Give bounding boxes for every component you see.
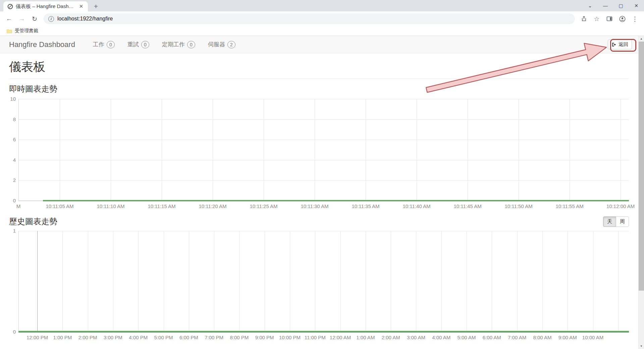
tab-search-chevron-icon[interactable]: ⌄ xyxy=(582,3,598,8)
gridline-vertical xyxy=(164,231,164,332)
x-tick-label: 9:00 AM xyxy=(558,335,577,340)
navbar-item[interactable]: 定期工作0 xyxy=(156,41,202,48)
x-tick-label: 1:00 AM xyxy=(356,335,375,340)
x-tick-label: 1:00 PM xyxy=(53,335,72,340)
y-tick-label: 6 xyxy=(4,137,16,142)
x-tick-label: 10:11:30 AM xyxy=(301,203,329,209)
gridline-vertical xyxy=(265,231,265,332)
gridline-vertical xyxy=(88,231,88,332)
gridline-vertical xyxy=(189,231,189,332)
x-tick-label: 11:00 PM xyxy=(305,335,326,340)
y-tick-label: 4 xyxy=(4,157,16,163)
gridline-vertical xyxy=(621,99,621,201)
scrollbar-thumb[interactable] xyxy=(639,42,644,291)
x-tick-label: 10:11:40 AM xyxy=(403,203,431,209)
navbar-item-label: 工作 xyxy=(93,41,104,48)
scroll-up-icon[interactable]: ▲ xyxy=(639,36,644,42)
managed-bookmarks-folder[interactable]: 受管理書籤 xyxy=(4,27,41,35)
count-badge: 0 xyxy=(187,41,195,48)
gridline-vertical xyxy=(468,99,468,201)
gridline-vertical xyxy=(391,231,391,332)
gridline-vertical xyxy=(315,99,315,201)
x-tick-label: 10:11:10 AM xyxy=(97,203,124,209)
gridline-vertical xyxy=(542,231,543,332)
return-button-label: 返回 xyxy=(619,41,628,48)
return-button[interactable]: 返回 xyxy=(608,40,632,49)
bookmark-label: 受管理書籤 xyxy=(15,28,38,34)
browser-menu-icon[interactable]: ⋮ xyxy=(630,13,640,24)
chart-plot-area: 1086420M10:11:05 AM10:11:10 AM10:11:15 A… xyxy=(18,99,629,201)
gridline-horizontal xyxy=(18,140,629,140)
side-panel-icon[interactable] xyxy=(604,13,615,24)
gridline-vertical xyxy=(113,231,113,332)
navbar-item[interactable]: 工作0 xyxy=(87,41,121,48)
hangfire-dashboard-page: Hangfire Dashboard 工作0重試0定期工作0伺服器2 返回 儀表… xyxy=(0,36,644,349)
window-controls: ⌄ — ▢ ✕ xyxy=(582,0,644,11)
gridline-vertical xyxy=(467,231,467,332)
gridline-vertical xyxy=(315,231,315,332)
x-tick-label: 4:00 AM xyxy=(432,335,450,340)
forward-icon[interactable]: → xyxy=(16,13,27,24)
browser-tab-strip: 儀表板 – Hangfire Dashboard ✕ + ⌄ — ▢ ✕ xyxy=(0,0,644,11)
browser-toolbar: ← → ↻ i localhost:1922/hangfire ☆ ⋮ xyxy=(0,11,644,26)
navbar-item-label: 重試 xyxy=(127,41,139,48)
url-bar[interactable]: i localhost:1922/hangfire xyxy=(44,13,575,24)
gridline-horizontal xyxy=(18,99,629,99)
count-badge: 2 xyxy=(227,41,235,48)
page-scrollbar[interactable]: ▲ ▼ xyxy=(638,36,644,349)
x-tick-label: 9:00 PM xyxy=(255,335,274,340)
x-tick-label: 2:00 PM xyxy=(78,335,97,340)
title-divider xyxy=(9,79,629,79)
period-toggle-button[interactable]: 周 xyxy=(616,216,629,227)
back-icon[interactable]: ← xyxy=(4,13,14,24)
x-tick-label: 10:11:25 AM xyxy=(250,203,277,209)
scroll-down-icon[interactable]: ▼ xyxy=(639,343,644,349)
favicon-icon xyxy=(7,4,13,9)
x-tick-label: 10:11:55 AM xyxy=(556,203,584,209)
bookmark-star-icon[interactable]: ☆ xyxy=(591,13,602,24)
gridline-horizontal xyxy=(18,231,629,231)
gridline-vertical xyxy=(441,231,442,332)
navbar-item[interactable]: 重試0 xyxy=(121,41,156,48)
chart: 1012:00 PM1:00 PM2:00 PM3:00 PM4:00 PM5:… xyxy=(18,231,629,342)
new-tab-button[interactable]: + xyxy=(91,2,101,11)
profile-avatar-icon[interactable] xyxy=(617,13,628,24)
series-line xyxy=(43,200,629,201)
x-tick-label: 6:00 AM xyxy=(483,335,501,340)
x-tick-label: 10:11:05 AM xyxy=(46,203,73,209)
reload-icon[interactable]: ↻ xyxy=(29,13,40,24)
x-tick-label: 5:00 PM xyxy=(154,335,173,340)
gridline-vertical xyxy=(111,99,111,201)
gridline-vertical xyxy=(60,99,60,201)
tab-title: 儀表板 – Hangfire Dashboard xyxy=(16,3,75,10)
tab-close-icon[interactable]: ✕ xyxy=(78,3,85,10)
folder-icon xyxy=(7,29,12,33)
gridline-vertical xyxy=(366,99,366,201)
gridline-vertical xyxy=(570,99,570,201)
maximize-icon[interactable]: ▢ xyxy=(613,3,629,8)
y-tick-label: 10 xyxy=(4,96,16,102)
navbar-item-label: 伺服器 xyxy=(208,41,225,48)
site-info-icon[interactable]: i xyxy=(48,16,54,22)
navbar-item-label: 定期工作 xyxy=(162,41,185,48)
gridline-vertical xyxy=(618,231,619,332)
window-close-icon[interactable]: ✕ xyxy=(629,3,644,8)
browser-tab[interactable]: 儀表板 – Hangfire Dashboard ✕ xyxy=(3,1,88,11)
gridline-horizontal xyxy=(18,119,629,120)
share-icon[interactable] xyxy=(579,13,589,24)
navbar-item[interactable]: 伺服器2 xyxy=(202,41,242,48)
gridline-vertical xyxy=(519,99,519,201)
y-tick-label: 1 xyxy=(4,228,16,234)
period-toggle-button[interactable]: 天 xyxy=(603,216,616,227)
x-tick-label: 5:00 AM xyxy=(458,335,476,340)
x-tick-label: 10:12:00 AM xyxy=(606,203,635,209)
y-tick-label: 0 xyxy=(4,198,16,203)
y-tick-label: 0 xyxy=(4,329,16,335)
minimize-icon[interactable]: — xyxy=(598,3,613,8)
url-text[interactable]: localhost:1922/hangfire xyxy=(57,16,113,22)
gridline-vertical xyxy=(162,99,162,201)
gridline-vertical xyxy=(593,231,593,332)
series-line xyxy=(18,331,629,333)
gridline-vertical xyxy=(239,231,239,332)
brand-link[interactable]: Hangfire Dashboard xyxy=(9,40,75,49)
